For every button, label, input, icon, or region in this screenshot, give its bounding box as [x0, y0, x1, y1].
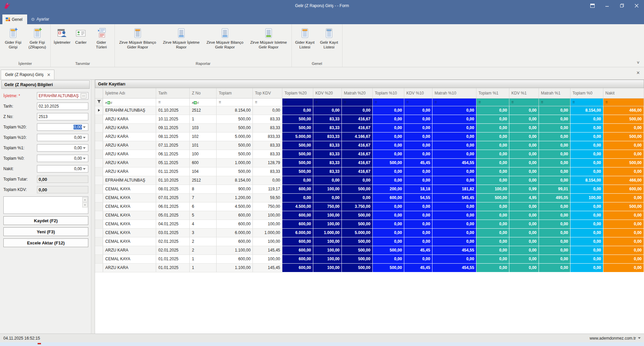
grid-cell[interactable]: 0,00: [603, 228, 644, 237]
grid-cell[interactable]: 0,00: [432, 255, 476, 263]
dropdown-arrow-icon[interactable]: [82, 126, 87, 128]
filter-cell-toplam[interactable]: =: [217, 98, 253, 106]
grid-cell[interactable]: 600,00: [282, 255, 313, 263]
grid-cell[interactable]: 0,00: [539, 150, 570, 158]
grid-cell[interactable]: 4: [190, 220, 217, 228]
grid-cell[interactable]: 500,00: [217, 167, 253, 176]
grid-cell[interactable]: 0,00: [373, 167, 404, 176]
grid-cell[interactable]: 145,45: [253, 246, 282, 255]
grid-cell[interactable]: 0,00: [539, 237, 570, 246]
grid-cell[interactable]: 7: [190, 193, 217, 202]
grid-cell[interactable]: 0,00: [432, 202, 476, 211]
grid-cell[interactable]: ARZU KARA: [103, 115, 156, 123]
grid-cell[interactable]: CEMAL KAYA: [103, 185, 156, 193]
grid-cell[interactable]: 0,00: [570, 246, 603, 255]
grid-cell[interactable]: 0,00: [603, 211, 644, 220]
grid-cell[interactable]: 0,00: [282, 193, 313, 202]
column-header-matrah-10[interactable]: Matrah %10: [432, 88, 476, 98]
table-row[interactable]: CEMAL KAYA06.01.202564.500,00750,004.500…: [95, 202, 644, 211]
grid-cell[interactable]: 500,00: [603, 202, 644, 211]
grid-cell[interactable]: 4.500,00: [282, 202, 313, 211]
grid-cell[interactable]: 100,00: [253, 237, 282, 246]
grid-cell[interactable]: 0,00: [539, 228, 570, 237]
grid-cell[interactable]: 1.000,00: [217, 158, 253, 167]
grid-cell[interactable]: 0,00: [373, 141, 404, 150]
grid-cell[interactable]: 500,00: [282, 167, 313, 176]
grid-cell[interactable]: 8.154,00: [570, 106, 603, 115]
grid-cell[interactable]: 2512: [190, 106, 217, 115]
grid-cell[interactable]: 0,00: [476, 158, 509, 167]
grid-cell[interactable]: 0,00: [432, 123, 476, 132]
grid-cell[interactable]: 0,00: [373, 202, 404, 211]
filter-cell-kdv-1[interactable]: =: [509, 98, 539, 106]
grid-cell[interactable]: 500,00: [342, 220, 373, 228]
grid-cell[interactable]: 0,00: [404, 123, 432, 132]
grid-cell[interactable]: 545,45: [432, 193, 476, 202]
grid-cell[interactable]: 0,00: [432, 150, 476, 158]
filter-cell-matrah-1[interactable]: =: [539, 98, 570, 106]
grid-cell[interactable]: 600,00: [603, 185, 644, 193]
grid-cell[interactable]: 5.000,00: [342, 228, 373, 237]
grid-cell[interactable]: 8: [190, 185, 217, 193]
filter-cell-nakit[interactable]: =: [603, 98, 644, 106]
grid-cell[interactable]: 6.000,00: [217, 228, 253, 237]
grid-cell[interactable]: ARZU KARA: [103, 246, 156, 255]
grid-cell[interactable]: 0,00: [570, 228, 603, 237]
grid-cell[interactable]: 600,00: [282, 220, 313, 228]
grid-cell[interactable]: 1.000,00: [253, 228, 282, 237]
filter-cell-top-kdv[interactable]: =: [253, 98, 282, 106]
grid-cell[interactable]: 0,00: [373, 255, 404, 263]
grid-cell[interactable]: 5.000,00: [217, 132, 253, 141]
grid-cell[interactable]: 0,00: [432, 220, 476, 228]
grid-cell[interactable]: 0,00: [313, 176, 342, 185]
table-row[interactable]: CEMAL KAYA08.01.20258900,00119,17600,001…: [95, 185, 644, 193]
grid-cell[interactable]: 0,00: [476, 220, 509, 228]
grid-cell[interactable]: 0,00: [603, 150, 644, 158]
grid-cell[interactable]: 0,00: [282, 106, 313, 115]
column-header-i-letme-ad[interactable]: İşletme Adı: [103, 88, 156, 98]
grid-cell[interactable]: 0,00: [570, 141, 603, 150]
grid-cell[interactable]: 0,00: [570, 158, 603, 167]
grid-cell[interactable]: 500,00: [342, 185, 373, 193]
table-row[interactable]: ARZU KARA01.11.2025104500,0083,33500,008…: [95, 167, 644, 176]
grid-cell[interactable]: 100,00: [313, 220, 342, 228]
field-i-letme[interactable]: EFRAHİM ALTUNBAŞ⋯: [37, 92, 88, 100]
grid-cell[interactable]: 3.750,00: [342, 202, 373, 211]
grid-cell[interactable]: 181,82: [432, 185, 476, 193]
grid-cell[interactable]: 128,79: [253, 158, 282, 167]
grid-cell[interactable]: 83,33: [253, 115, 282, 123]
grid-cell[interactable]: 0,00: [509, 150, 539, 158]
grid-cell[interactable]: 0,00: [539, 115, 570, 123]
grid-cell[interactable]: 0,00: [373, 237, 404, 246]
grid-cell[interactable]: 500,00: [282, 150, 313, 158]
grid-cell[interactable]: 0,00: [570, 150, 603, 158]
grid-cell[interactable]: 01.01.2025: [156, 263, 190, 272]
grid-cell[interactable]: 83,33: [253, 123, 282, 132]
table-row[interactable]: ARZU KARA08.11.20251025.000,00833,335.00…: [95, 132, 644, 141]
filter-cell-kdv-20[interactable]: =: [313, 98, 342, 106]
grid-cell[interactable]: 100,00: [313, 246, 342, 255]
grid-cell[interactable]: 833,33: [313, 132, 342, 141]
grid-cell[interactable]: 0,00: [404, 220, 432, 228]
table-row[interactable]: ARZU KARA01.01.202511.100,00145,45600,00…: [95, 263, 644, 272]
filter-funnel-icon[interactable]: [95, 98, 103, 106]
grid-cell[interactable]: 500,00: [342, 237, 373, 246]
grid-cell[interactable]: 600,00: [217, 237, 253, 246]
grid-cell[interactable]: 0,00: [509, 246, 539, 255]
ribbon-button-cariler[interactable]: Cariler: [73, 26, 89, 45]
grid-cell[interactable]: 0,00: [509, 167, 539, 176]
grid-cell[interactable]: 500,00: [342, 211, 373, 220]
grid-cell[interactable]: 600,00: [217, 220, 253, 228]
grid-cell[interactable]: 900,00: [217, 185, 253, 193]
grid-cell[interactable]: 1: [190, 263, 217, 272]
grid-cell[interactable]: 0,00: [603, 246, 644, 255]
grid-cell[interactable]: 0,00: [476, 211, 509, 220]
spin-buttons[interactable]: [82, 197, 88, 207]
grid-cell[interactable]: 100,00: [313, 263, 342, 272]
column-header-toplam-1[interactable]: Toplam %1: [476, 88, 509, 98]
grid-cell[interactable]: 1.000,00: [313, 228, 342, 237]
grid-cell[interactable]: 0,00: [539, 202, 570, 211]
grid-cell[interactable]: 0,00: [404, 237, 432, 246]
filter-cell-toplam-20[interactable]: =: [282, 98, 313, 106]
grid-cell[interactable]: 06.01.2025: [156, 202, 190, 211]
